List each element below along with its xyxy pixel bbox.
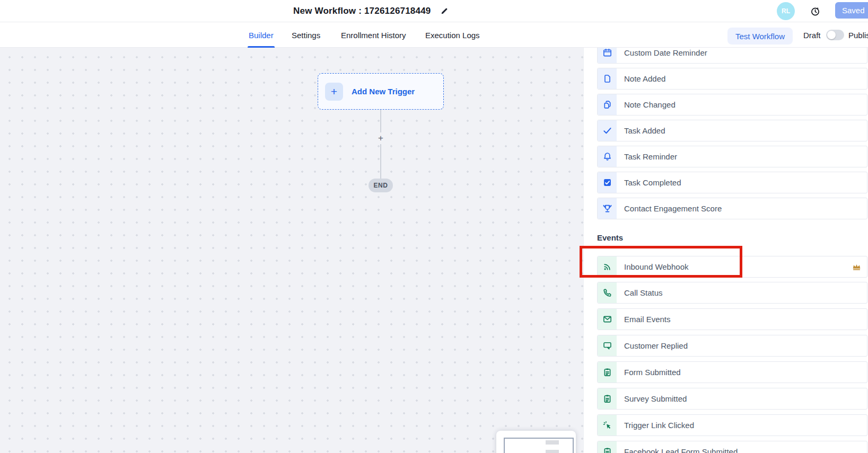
trigger-item-label: Note Added <box>624 74 665 83</box>
trigger-item-task-reminder[interactable]: Task Reminder <box>597 146 867 167</box>
trigger-item-label: Call Status <box>624 288 663 297</box>
connector-line <box>380 110 381 180</box>
test-workflow-button[interactable]: Test Workflow <box>727 28 793 45</box>
phone-icon <box>598 282 617 303</box>
trophy-icon <box>598 198 617 219</box>
task-completed-icon <box>598 172 617 193</box>
check-icon <box>598 120 617 141</box>
minimap-node <box>546 450 559 453</box>
page-title: New Workflow : 1726126718449 <box>293 6 431 16</box>
edit-title-icon[interactable] <box>440 7 449 15</box>
triggers-sidebar: Custom Date Reminder Note Added Note Cha… <box>583 48 868 453</box>
trigger-item-note-added[interactable]: Note Added <box>597 68 867 90</box>
calendar-icon <box>598 48 617 63</box>
trigger-item-label: Customer Replied <box>624 341 688 350</box>
draft-label: Draft <box>803 22 821 48</box>
toggle-knob <box>827 31 836 39</box>
minimap[interactable] <box>496 431 576 453</box>
clipboard-icon <box>598 388 617 409</box>
minimap-viewport <box>504 438 574 453</box>
add-step-plus-button[interactable]: + <box>373 132 389 144</box>
clipboard-icon <box>598 441 617 453</box>
trigger-item-label: Contact Engagement Score <box>624 204 722 213</box>
trigger-item-customer-replied[interactable]: Customer Replied <box>597 335 867 357</box>
publish-label: Publish <box>848 22 868 48</box>
trigger-item-task-added[interactable]: Task Added <box>597 120 867 141</box>
history-icon[interactable] <box>809 5 821 17</box>
trigger-item-label: Task Added <box>624 126 665 135</box>
saved-button[interactable]: Saved <box>835 2 868 19</box>
workflow-title-group: New Workflow : 1726126718449 <box>293 0 449 22</box>
tab-settings[interactable]: Settings <box>292 22 320 48</box>
trigger-item-label: Task Reminder <box>624 152 677 161</box>
note-copy-icon <box>598 94 617 115</box>
trigger-item-label: Note Changed <box>624 100 676 109</box>
trigger-item-label: Task Completed <box>624 178 681 187</box>
events-section-heading: Events <box>597 233 623 242</box>
trigger-item-note-changed[interactable]: Note Changed <box>597 94 867 116</box>
email-icon <box>598 309 617 330</box>
workflow-canvas[interactable]: + Add New Trigger + END <box>0 48 583 453</box>
webhook-icon <box>598 256 617 277</box>
plus-icon: + <box>325 83 343 101</box>
trigger-item-survey-submitted[interactable]: Survey Submitted <box>597 388 867 410</box>
trigger-item-label: Facebook Lead Form Submitted <box>624 447 738 453</box>
trigger-item-custom-date-reminder[interactable]: Custom Date Reminder <box>597 48 867 64</box>
trigger-item-contact-engagement-score[interactable]: Contact Engagement Score <box>597 198 867 219</box>
trigger-item-label: Email Events <box>624 315 671 324</box>
trigger-item-inbound-webhook[interactable]: Inbound Webhook <box>597 256 867 278</box>
trigger-item-label: Custom Date Reminder <box>624 48 707 57</box>
add-new-trigger-button[interactable]: + Add New Trigger <box>318 73 444 110</box>
clipboard-icon <box>598 362 617 383</box>
note-icon <box>598 68 617 89</box>
premium-crown-icon <box>852 262 862 272</box>
tab-builder[interactable]: Builder <box>249 22 274 48</box>
tab-bar: Builder Settings Enrollment History Exec… <box>0 22 868 48</box>
trigger-item-trigger-link-clicked[interactable]: Trigger Link Clicked <box>597 414 867 436</box>
publish-toggle[interactable] <box>826 30 844 40</box>
trigger-item-facebook-lead-form-submitted[interactable]: Facebook Lead Form Submitted <box>597 441 867 453</box>
trigger-item-form-submitted[interactable]: Form Submitted <box>597 361 867 383</box>
trigger-item-email-events[interactable]: Email Events <box>597 308 867 330</box>
trigger-item-label: Survey Submitted <box>624 394 687 403</box>
chat-icon <box>598 335 617 356</box>
trigger-item-label: Trigger Link Clicked <box>624 421 694 430</box>
bell-icon <box>598 146 617 167</box>
trigger-item-label: Form Submitted <box>624 368 681 377</box>
minimap-node <box>546 440 559 445</box>
avatar[interactable]: RL <box>777 2 795 20</box>
tab-enrollment-history[interactable]: Enrollment History <box>341 22 406 48</box>
trigger-item-task-completed[interactable]: Task Completed <box>597 172 867 193</box>
trigger-item-label: Inbound Webhook <box>624 262 689 271</box>
tab-execution-logs[interactable]: Execution Logs <box>425 22 480 48</box>
end-node: END <box>369 179 393 192</box>
trigger-item-call-status[interactable]: Call Status <box>597 282 867 304</box>
top-header: New Workflow : 1726126718449 RL Saved <box>0 0 868 22</box>
cursor-click-icon <box>598 415 617 436</box>
add-new-trigger-label: Add New Trigger <box>352 87 415 96</box>
